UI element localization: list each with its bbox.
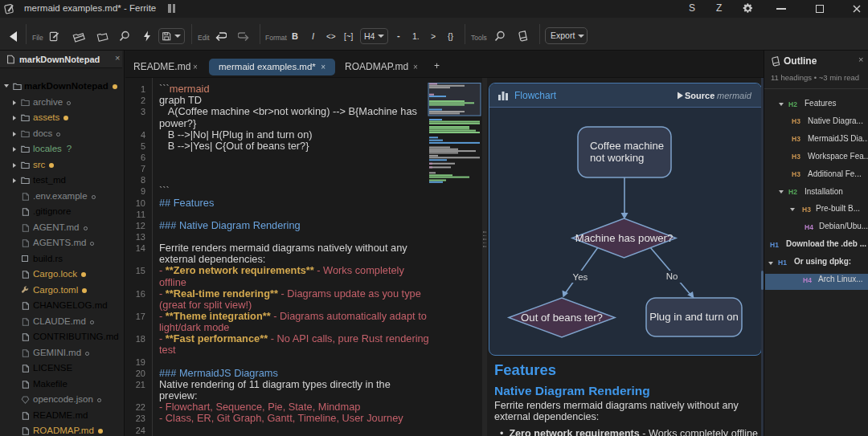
svg-text:No: No — [666, 271, 678, 281]
svg-text:Yes: Yes — [573, 272, 588, 282]
svg-text:Coffee machine: Coffee machine — [590, 140, 664, 152]
svg-text:Out of beans ter?: Out of beans ter? — [521, 312, 603, 324]
svg-text:Machine has power?: Machine has power? — [575, 232, 674, 244]
svg-text:Plug in and turn on: Plug in and turn on — [649, 311, 739, 323]
svg-text:not working: not working — [590, 152, 644, 164]
